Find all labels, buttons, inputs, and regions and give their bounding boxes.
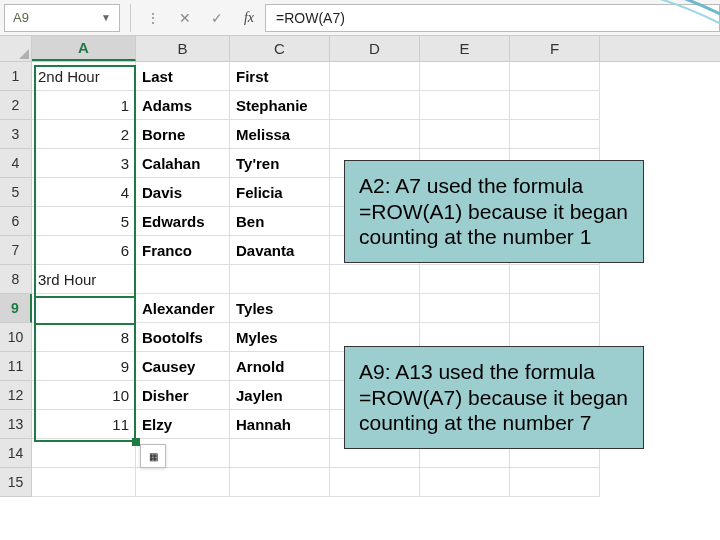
cell[interactable] [330,294,420,323]
row-header-8[interactable]: 8 [0,265,32,294]
cancel-icon[interactable]: ✕ [169,10,201,26]
cell[interactable] [510,120,600,149]
cell[interactable]: Stephanie [230,91,330,120]
cell[interactable] [510,468,600,497]
cell[interactable]: Franco [136,236,230,265]
cell[interactable]: Hannah [230,410,330,439]
cell[interactable]: 5 [32,207,136,236]
formula-input[interactable]: =ROW(A7) [265,4,720,32]
cell[interactable] [32,468,136,497]
cell[interactable] [136,265,230,294]
cell[interactable] [420,91,510,120]
cell[interactable]: Calahan [136,149,230,178]
row-header-7[interactable]: 7 [0,236,32,265]
name-box[interactable]: A9 ▼ [4,4,120,32]
cell[interactable]: Davis [136,178,230,207]
cell[interactable] [330,265,420,294]
annotation-callout-2: A9: A13 used the formula =ROW(A7) becaus… [344,346,644,449]
cell[interactable]: 2 [32,120,136,149]
row-header-9[interactable]: 9 [0,294,32,323]
column-header-b[interactable]: B [136,36,230,61]
cell[interactable] [32,439,136,468]
row-header-4[interactable]: 4 [0,149,32,178]
table-row: 32BorneMelissa [0,120,720,149]
cell[interactable] [420,62,510,91]
cell[interactable]: 2nd Hour [32,62,136,91]
vertical-dots-icon[interactable]: ⋮ [137,10,169,26]
check-icon[interactable]: ✓ [201,10,233,26]
row-header-10[interactable]: 10 [0,323,32,352]
cell[interactable]: 3rd Hour [32,265,136,294]
row-header-11[interactable]: 11 [0,352,32,381]
cell[interactable]: Melissa [230,120,330,149]
cell[interactable] [230,439,330,468]
cell[interactable]: Edwards [136,207,230,236]
cell[interactable]: 8 [32,323,136,352]
chevron-down-icon[interactable]: ▼ [101,12,111,23]
cell[interactable] [510,265,600,294]
cell[interactable]: Borne [136,120,230,149]
column-header-e[interactable]: E [420,36,510,61]
cell[interactable] [420,265,510,294]
cell[interactable]: 6 [32,236,136,265]
row-header-13[interactable]: 13 [0,410,32,439]
cell[interactable] [230,468,330,497]
column-header-a[interactable]: A [32,36,136,61]
cell[interactable]: Last [136,62,230,91]
cell[interactable] [136,468,230,497]
cell[interactable]: Arnold [230,352,330,381]
cell[interactable]: Adams [136,91,230,120]
cell[interactable]: Myles [230,323,330,352]
formula-text: =ROW(A7) [276,10,345,26]
cell[interactable]: Ben [230,207,330,236]
cell[interactable] [330,91,420,120]
row-header-1[interactable]: 1 [0,62,32,91]
cell[interactable]: Ty'ren [230,149,330,178]
cell[interactable]: Causey [136,352,230,381]
cell[interactable]: Davanta [230,236,330,265]
table-row: 15 [0,468,720,497]
row-header-6[interactable]: 6 [0,207,32,236]
column-header-d[interactable]: D [330,36,420,61]
cell[interactable]: Jaylen [230,381,330,410]
cell[interactable]: 1 [32,91,136,120]
cell[interactable]: 7 [32,294,136,323]
column-header-c[interactable]: C [230,36,330,61]
cell[interactable] [420,468,510,497]
cell[interactable]: Tyles [230,294,330,323]
row-header-5[interactable]: 5 [0,178,32,207]
row-header-2[interactable]: 2 [0,91,32,120]
row-header-12[interactable]: 12 [0,381,32,410]
annotation-callout-1: A2: A7 used the formula =ROW(A1) because… [344,160,644,263]
cell[interactable]: 10 [32,381,136,410]
cell[interactable] [420,294,510,323]
row-header-14[interactable]: 14 [0,439,32,468]
cell[interactable]: Alexander [136,294,230,323]
column-header-f[interactable]: F [510,36,600,61]
row-header-15[interactable]: 15 [0,468,32,497]
cell[interactable]: Disher [136,381,230,410]
cell[interactable] [420,120,510,149]
cell[interactable] [330,468,420,497]
cell[interactable]: 4 [32,178,136,207]
cell[interactable]: 11 [32,410,136,439]
fill-handle[interactable] [132,438,140,446]
row-header-3[interactable]: 3 [0,120,32,149]
cell[interactable]: Elzy [136,410,230,439]
cell[interactable] [510,294,600,323]
cell[interactable] [510,91,600,120]
cell[interactable] [330,120,420,149]
cell[interactable]: 3 [32,149,136,178]
cell[interactable]: First [230,62,330,91]
fx-icon[interactable]: fx [233,10,265,26]
cell[interactable] [510,62,600,91]
autofill-options-button[interactable]: ▦ [140,444,166,468]
cell[interactable]: Felicia [230,178,330,207]
select-all-corner[interactable] [0,36,32,62]
cell[interactable] [330,62,420,91]
table-row: 12nd HourLastFirst [0,62,720,91]
cell[interactable] [230,265,330,294]
cell[interactable]: Bootolfs [136,323,230,352]
cell[interactable]: 9 [32,352,136,381]
table-row: 83rd Hour [0,265,720,294]
